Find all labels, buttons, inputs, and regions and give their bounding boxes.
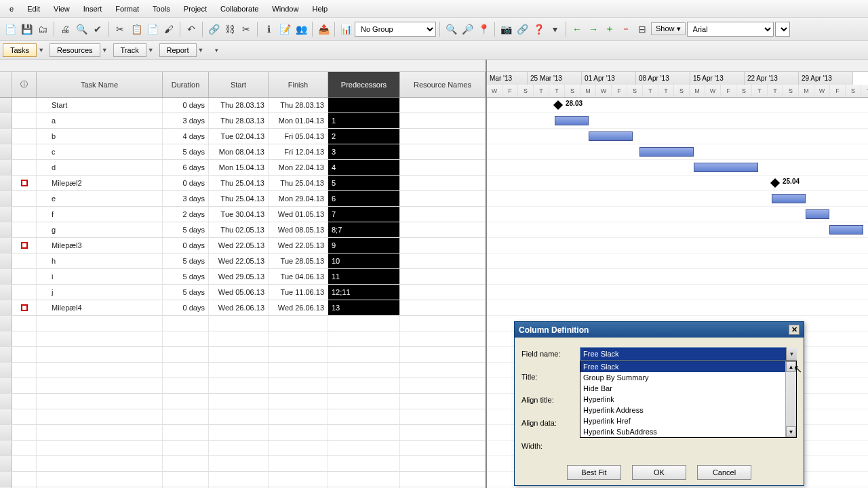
collapse-icon[interactable]: ⊟ xyxy=(635,22,650,37)
dropdown-option[interactable]: Free Slack xyxy=(580,361,796,372)
dropdown-option[interactable]: Group By Summary xyxy=(580,372,796,383)
field-name-dropdown[interactable]: Free SlackGroup By SummaryHide BarHyperl… xyxy=(580,361,797,438)
outdent-icon[interactable]: ← xyxy=(570,22,585,37)
close-icon[interactable]: ✕ xyxy=(789,325,800,335)
spell-icon[interactable]: ✔ xyxy=(90,22,105,37)
show-dropdown[interactable]: Show ▾ xyxy=(651,22,686,35)
table-row[interactable] xyxy=(0,425,486,441)
more-icon[interactable]: ▾ xyxy=(547,22,562,37)
toolbar-overflow[interactable]: ▾ xyxy=(210,43,224,58)
cut-icon[interactable]: ✂ xyxy=(113,22,127,37)
scroll-down-icon[interactable]: ▼ xyxy=(786,426,796,437)
table-row[interactable]: Milepæl4 0 days Wed 26.06.13 Wed 26.06.1… xyxy=(0,300,486,316)
dropdown-option[interactable]: Hyperlink Address xyxy=(580,405,796,415)
tab-track[interactable]: Track xyxy=(113,43,146,57)
info-icon[interactable]: ℹ xyxy=(261,22,276,37)
tab-resources-drop[interactable]: ▼ xyxy=(102,47,108,54)
table-row[interactable] xyxy=(0,456,486,472)
tab-tasks-drop[interactable]: ▼ xyxy=(38,47,44,54)
assign-icon[interactable]: 👥 xyxy=(294,22,309,37)
scroll-up-icon[interactable]: ▲ xyxy=(786,361,796,372)
dropdown-option[interactable]: Hide Bar xyxy=(580,383,796,394)
gantt-bar[interactable] xyxy=(555,116,589,125)
tab-resources[interactable]: Resources xyxy=(50,43,100,57)
add-icon[interactable]: ＋ xyxy=(602,22,617,37)
bestfit-button[interactable]: Best Fit xyxy=(567,465,621,480)
table-row[interactable] xyxy=(0,394,486,409)
menu-e[interactable]: e xyxy=(3,2,20,16)
menu-tools[interactable]: Tools xyxy=(146,2,177,16)
table-row[interactable] xyxy=(0,363,486,378)
zoomout-icon[interactable]: 🔎 xyxy=(460,22,475,37)
table-row[interactable]: h 5 days Wed 22.05.13 Tue 28.05.13 10 xyxy=(0,253,486,269)
col-taskname[interactable]: Task Name xyxy=(37,72,163,97)
col-predecessors[interactable]: Predecessors xyxy=(328,72,400,97)
chevron-down-icon[interactable]: ▼ xyxy=(786,347,797,361)
copy-icon[interactable]: 📋 xyxy=(129,22,144,37)
remove-icon[interactable]: － xyxy=(618,22,633,37)
col-rownum[interactable] xyxy=(0,72,12,97)
menu-help[interactable]: Help xyxy=(305,2,334,16)
col-duration[interactable]: Duration xyxy=(163,72,209,97)
table-row[interactable]: d 6 days Mon 15.04.13 Mon 22.04.13 4 xyxy=(0,160,486,176)
goto-icon[interactable]: 📍 xyxy=(476,22,491,37)
ok-button[interactable]: OK xyxy=(632,465,686,480)
saveall-icon[interactable]: 🗂 xyxy=(35,22,50,37)
menu-project[interactable]: Project xyxy=(177,2,214,16)
group-icon[interactable]: 📊 xyxy=(338,22,353,37)
indent-icon[interactable]: → xyxy=(586,22,601,37)
menu-window[interactable]: Window xyxy=(265,2,305,16)
col-finish[interactable]: Finish xyxy=(269,72,328,97)
zoomin-icon[interactable]: 🔍 xyxy=(443,22,458,37)
gantt-bar[interactable] xyxy=(639,147,694,157)
col-info[interactable]: ⓘ xyxy=(12,72,37,97)
menu-format[interactable]: Format xyxy=(108,2,146,16)
table-row[interactable]: c 5 days Mon 08.04.13 Fri 12.04.13 3 xyxy=(0,144,486,160)
menu-collaborate[interactable]: Collaborate xyxy=(214,2,265,16)
dropdown-option[interactable]: Hyperlink Href xyxy=(580,415,796,426)
table-row[interactable]: b 4 days Tue 02.04.13 Fri 05.04.13 2 xyxy=(0,129,486,144)
tab-report[interactable]: Report xyxy=(159,43,197,57)
table-row[interactable] xyxy=(0,441,486,456)
save-icon[interactable]: 💾 xyxy=(19,22,34,37)
share-icon[interactable]: 🔗 xyxy=(515,22,530,37)
paste-icon[interactable]: 📄 xyxy=(145,22,160,37)
menu-edit[interactable]: Edit xyxy=(20,2,47,16)
notes-icon[interactable]: 📝 xyxy=(277,22,292,37)
field-name-select[interactable]: Free Slack ▼ xyxy=(580,347,797,361)
unlink-icon[interactable]: ⛓ xyxy=(222,22,237,37)
table-row[interactable] xyxy=(0,472,486,487)
gantt-bar[interactable] xyxy=(772,194,806,203)
dropdown-option[interactable]: Hyperlink xyxy=(580,394,796,405)
font-select[interactable]: Arial xyxy=(687,22,774,37)
help-icon[interactable]: ❓ xyxy=(531,22,546,37)
table-row[interactable] xyxy=(0,331,486,347)
table-row[interactable]: Start 0 days Thu 28.03.13 Thu 28.03.13 xyxy=(0,98,486,113)
table-row[interactable]: a 3 days Thu 28.03.13 Mon 01.04.13 1 xyxy=(0,113,486,129)
publish-icon[interactable]: 📤 xyxy=(316,22,331,37)
table-row[interactable] xyxy=(0,316,486,331)
menu-view[interactable]: View xyxy=(47,2,77,16)
table-row[interactable]: Milepæl2 0 days Thu 25.04.13 Thu 25.04.1… xyxy=(0,176,486,191)
col-resources[interactable]: Resource Names xyxy=(400,72,486,97)
copy-pic-icon[interactable]: 📷 xyxy=(498,22,513,37)
gantt-bar[interactable] xyxy=(829,225,863,235)
table-row[interactable]: Milepæl3 0 days Wed 22.05.13 Wed 22.05.1… xyxy=(0,238,486,253)
tab-track-drop[interactable]: ▼ xyxy=(148,47,154,54)
grid-body[interactable]: Start 0 days Thu 28.03.13 Thu 28.03.13 a… xyxy=(0,98,486,488)
table-row[interactable]: i 5 days Wed 29.05.13 Tue 04.06.13 11 xyxy=(0,269,486,285)
table-row[interactable] xyxy=(0,347,486,363)
col-start[interactable]: Start xyxy=(209,72,269,97)
table-row[interactable] xyxy=(0,409,486,425)
group-select[interactable]: No Group xyxy=(355,22,436,37)
print-icon[interactable]: 🖨 xyxy=(58,22,73,37)
fontsize-select[interactable]: 8 xyxy=(775,22,790,37)
gantt-bar[interactable] xyxy=(806,209,829,219)
tab-tasks[interactable]: Tasks xyxy=(3,43,37,57)
gantt-bar[interactable] xyxy=(589,131,633,141)
table-row[interactable]: f 2 days Tue 30.04.13 Wed 01.05.13 7 xyxy=(0,207,486,222)
link-icon[interactable]: 🔗 xyxy=(206,22,221,37)
format-painter-icon[interactable]: 🖌 xyxy=(161,22,176,37)
dialog-titlebar[interactable]: Column Definition ✕ xyxy=(515,322,804,338)
new-icon[interactable]: 📄 xyxy=(3,22,18,37)
